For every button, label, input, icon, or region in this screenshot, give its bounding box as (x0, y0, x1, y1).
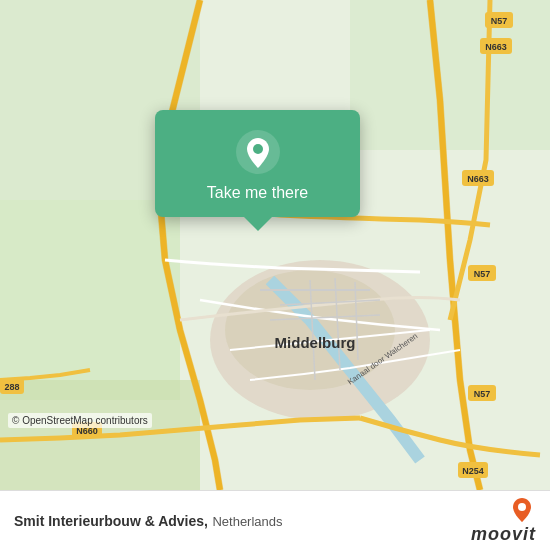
n57-label-right: N57 (474, 269, 491, 279)
location-subtitle: Netherlands (212, 514, 282, 529)
city-label: Middelburg (275, 334, 356, 351)
svg-rect-3 (350, 0, 550, 150)
location-pin-icon (236, 130, 280, 174)
svg-point-17 (518, 503, 526, 511)
location-info: Smit Interieurbouw & Advies, Netherlands (14, 512, 471, 530)
n663-label-mid: N663 (467, 174, 489, 184)
moovit-logo: moovit (471, 496, 536, 545)
moovit-pin-icon (508, 496, 536, 524)
location-title: Smit Interieurbouw & Advies, (14, 513, 208, 529)
svg-point-16 (253, 144, 263, 154)
moovit-text: moovit (471, 524, 536, 545)
bottom-bar: Smit Interieurbouw & Advies, Netherlands… (0, 490, 550, 550)
popup-label: Take me there (207, 184, 308, 202)
map-container: N57 N663 N663 N57 N57 N660 N254 288 Kana… (0, 0, 550, 490)
n57-label-mid: N57 (474, 389, 491, 399)
n288-label: 288 (4, 382, 19, 392)
osm-attribution: © OpenStreetMap contributors (8, 413, 152, 428)
n663-label-top: N663 (485, 42, 507, 52)
n57-label-top: N57 (491, 16, 508, 26)
n254-label: N254 (462, 466, 484, 476)
take-me-there-popup[interactable]: Take me there (155, 110, 360, 217)
